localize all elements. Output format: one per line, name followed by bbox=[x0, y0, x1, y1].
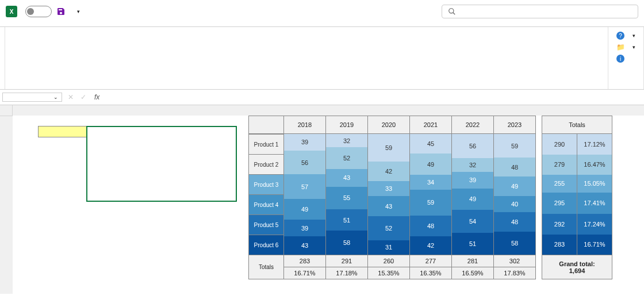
ribbon-group-help: ?▾ 📁▾ i bbox=[608, 27, 644, 89]
mekko-segment: 39 bbox=[284, 220, 325, 236]
mekko-year-header: 2020 bbox=[368, 116, 410, 134]
mekko-product-label: Product 6 bbox=[249, 235, 283, 255]
mekko-segment: 59 bbox=[494, 134, 535, 158]
mekko-segment: 32 bbox=[452, 158, 493, 172]
source-data-table[interactable] bbox=[38, 126, 87, 137]
formula-accept[interactable]: ✓ bbox=[77, 93, 90, 101]
selection-border bbox=[86, 126, 237, 202]
mekko-col-pct: 16.71% bbox=[284, 267, 326, 279]
mekko-col-total: 281 bbox=[452, 255, 494, 267]
save-icon[interactable] bbox=[56, 7, 66, 16]
mekko-product-label: Product 1 bbox=[249, 134, 283, 154]
mekko-row-pct: 17.12% bbox=[577, 134, 612, 155]
mekko-col-pct: 17.83% bbox=[494, 267, 536, 279]
mekko-row-pct: 17.41% bbox=[577, 193, 612, 214]
mekko-row-total: 292 bbox=[542, 214, 577, 235]
mekko-segment: 59 bbox=[410, 190, 451, 216]
mekko-col-total: 283 bbox=[284, 255, 326, 267]
mekko-segment: 39 bbox=[284, 134, 325, 151]
mekko-segment: 43 bbox=[368, 196, 409, 216]
mekko-segment: 45 bbox=[410, 134, 451, 154]
mekko-segment: 32 bbox=[326, 134, 367, 147]
search-icon bbox=[448, 7, 456, 16]
formula-bar: ⌄ ✕ ✓ fx bbox=[0, 90, 644, 105]
mekko-segment: 49 bbox=[284, 199, 325, 220]
svg-point-0 bbox=[449, 9, 454, 13]
mekko-totals-header: Totals bbox=[542, 116, 612, 134]
select-all-cell[interactable] bbox=[0, 105, 13, 116]
mekko-col-pct: 16.35% bbox=[410, 267, 452, 279]
mekko-row-total: 283 bbox=[542, 235, 577, 255]
mekko-segment: 40 bbox=[494, 196, 535, 212]
title-bar: X ▾ bbox=[0, 0, 644, 23]
mekko-row-total: 279 bbox=[542, 155, 577, 175]
mekko-segment: 42 bbox=[410, 236, 451, 255]
mekko-year-header: 2019 bbox=[326, 116, 368, 134]
mekko-segment: 59 bbox=[368, 134, 409, 162]
mekko-segment: 49 bbox=[410, 154, 451, 175]
mekko-row-pct: 16.47% bbox=[577, 155, 612, 175]
chevron-down-icon: ▾ bbox=[77, 9, 80, 14]
mekko-segment: 39 bbox=[452, 172, 493, 189]
mekko-segment: 48 bbox=[410, 216, 451, 236]
ribbon-group-label bbox=[611, 66, 641, 68]
mekko-segment: 43 bbox=[284, 236, 325, 255]
mekko-segment: 51 bbox=[326, 209, 367, 231]
mekko-segment: 51 bbox=[452, 233, 493, 255]
mekko-col-pct: 15.35% bbox=[368, 267, 410, 279]
svg-line-1 bbox=[453, 13, 455, 15]
mekko-row-total: 290 bbox=[542, 134, 577, 155]
mekko-segment: 52 bbox=[326, 147, 367, 169]
toggle-switch[interactable] bbox=[25, 6, 52, 17]
export-button[interactable]: 📁▾ bbox=[616, 43, 635, 51]
guide-button[interactable]: ?▾ bbox=[616, 32, 635, 40]
mekko-segment: 42 bbox=[368, 162, 409, 181]
mekko-row-pct: 15.05% bbox=[577, 175, 612, 193]
mekko-row-pct: 16.71% bbox=[577, 235, 612, 255]
mekko-segment: 58 bbox=[326, 231, 367, 255]
mekko-segment: 54 bbox=[452, 210, 493, 233]
mekko-year-header: 2023 bbox=[494, 116, 536, 134]
mekko-segment: 49 bbox=[452, 189, 493, 210]
mekko-segment: 55 bbox=[326, 187, 367, 210]
mekko-segment: 43 bbox=[326, 169, 367, 187]
mekko-segment: 48 bbox=[494, 158, 535, 176]
mekko-segment: 34 bbox=[410, 175, 451, 190]
mekko-col-pct: 16.59% bbox=[452, 267, 494, 279]
mekko-segment: 52 bbox=[368, 216, 409, 240]
mekko-segment: 56 bbox=[452, 134, 493, 158]
ribbon: ?▾ 📁▾ i bbox=[0, 27, 644, 90]
mekko-col-total: 260 bbox=[368, 255, 410, 267]
mekko-row-pct: 17.24% bbox=[577, 214, 612, 235]
chevron-down-icon: ⌄ bbox=[53, 94, 58, 100]
mekko-product-label: Product 2 bbox=[249, 154, 283, 174]
mekko-chart[interactable]: 201820192020202120222023TotalsProduct 1P… bbox=[248, 116, 612, 279]
mekko-segment: 31 bbox=[368, 240, 409, 255]
mekko-year-header: 2022 bbox=[452, 116, 494, 134]
mekko-product-label: Product 5 bbox=[249, 214, 283, 235]
document-title-menu[interactable]: ▾ bbox=[74, 9, 80, 14]
mekko-grand-total: Grand total:1,694 bbox=[542, 255, 612, 279]
mekko-product-label: Product 3 bbox=[249, 174, 283, 194]
mekko-product-label: Product 4 bbox=[249, 194, 283, 214]
search-box[interactable] bbox=[442, 5, 638, 18]
mekko-row-total: 295 bbox=[542, 193, 577, 214]
formula-cancel[interactable]: ✕ bbox=[64, 93, 77, 101]
spreadsheet-grid[interactable]: 201820192020202120222023TotalsProduct 1P… bbox=[0, 105, 644, 294]
mekko-segment: 48 bbox=[494, 212, 535, 231]
ribbon-group-dashboard bbox=[0, 27, 5, 89]
mekko-segment: 57 bbox=[284, 174, 325, 198]
mekko-segment: 58 bbox=[494, 232, 535, 255]
info-icon: i bbox=[616, 55, 624, 63]
mekko-col-total: 302 bbox=[494, 255, 536, 267]
mekko-segment: 56 bbox=[284, 151, 325, 175]
excel-icon: X bbox=[6, 6, 17, 17]
mekko-totals-label: Totals bbox=[249, 255, 284, 279]
mekko-segment: 33 bbox=[368, 181, 409, 197]
name-box[interactable]: ⌄ bbox=[2, 93, 62, 102]
fx-icon[interactable]: fx bbox=[90, 93, 104, 101]
row-headers bbox=[0, 105, 13, 294]
autosave-toggle[interactable] bbox=[22, 6, 52, 17]
about-button[interactable]: i bbox=[616, 55, 635, 63]
mekko-row-total: 255 bbox=[542, 175, 577, 193]
